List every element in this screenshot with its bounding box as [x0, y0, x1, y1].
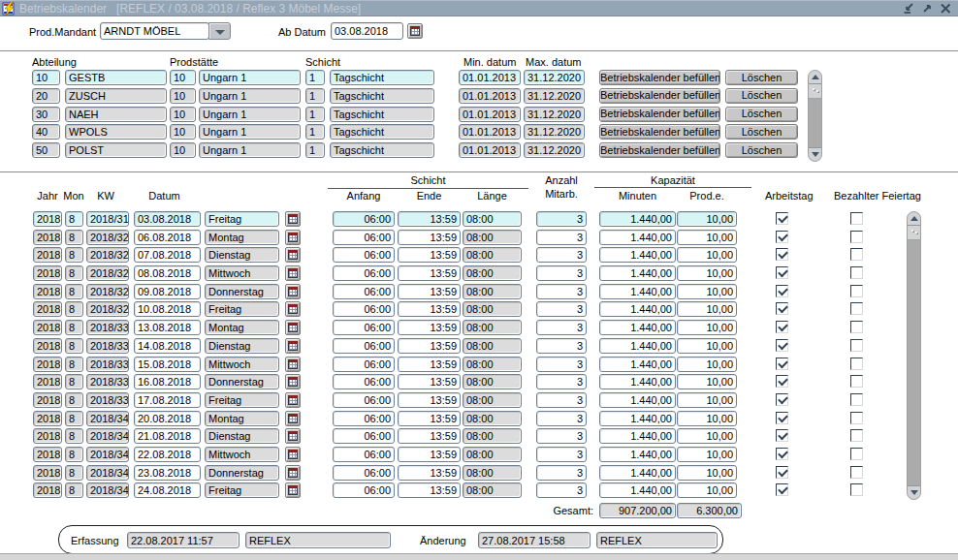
abteilung-name-field[interactable]: WPOLS	[65, 124, 167, 140]
arbeitstag-checkbox[interactable]	[776, 358, 788, 370]
anfang-field[interactable]: 06:00	[333, 411, 395, 426]
kapazitaet-prode-field[interactable]: 10,00	[677, 247, 737, 263]
datum-field[interactable]: 10.08.2018	[134, 301, 201, 317]
arbeitstag-checkbox[interactable]	[776, 393, 788, 406]
arbeitstag-checkbox[interactable]	[776, 285, 788, 297]
kapazitaet-prode-field[interactable]: 10,00	[677, 482, 737, 498]
anzahl-mitarbeiter-field[interactable]: 3	[536, 247, 587, 263]
kapazitaet-prode-field[interactable]: 10,00	[677, 211, 737, 227]
kapazitaet-minuten-field[interactable]: 1.440,00	[599, 338, 676, 354]
kapazitaet-prode-field[interactable]: 10,00	[677, 338, 737, 354]
anzahl-mitarbeiter-field[interactable]: 3	[536, 447, 587, 462]
prodstaette-nr-field[interactable]: 10	[170, 107, 196, 122]
anzahl-mitarbeiter-field[interactable]: 3	[536, 301, 587, 317]
schicht-name-field[interactable]: Tagschicht	[330, 88, 434, 104]
min-datum-field[interactable]: 01.01.2013	[459, 107, 521, 122]
arbeitstag-checkbox[interactable]	[776, 248, 788, 261]
kapazitaet-prode-field[interactable]: 10,00	[677, 428, 737, 444]
datum-field[interactable]: 22.08.2018	[134, 447, 201, 462]
bezahlter-feiertag-checkbox[interactable]	[850, 448, 863, 460]
arbeitstag-checkbox[interactable]	[776, 375, 788, 388]
arbeitstag-checkbox[interactable]	[776, 448, 788, 460]
max-datum-field[interactable]: 31.12.2020	[524, 107, 585, 122]
minimize-icon[interactable]	[902, 2, 915, 15]
max-datum-field[interactable]: 31.12.2020	[524, 70, 585, 85]
loeschen-button[interactable]: Löschen	[725, 124, 798, 140]
datum-calendar-button[interactable]	[285, 301, 301, 317]
datum-calendar-button[interactable]	[285, 230, 301, 245]
bezahlter-feiertag-checkbox[interactable]	[850, 231, 863, 243]
betriebskalender-befuellen-button[interactable]: Betriebskalender befüllen	[599, 124, 720, 140]
min-datum-field[interactable]: 01.01.2013	[459, 70, 521, 85]
ab-datum-calendar-button[interactable]	[407, 23, 423, 39]
prodstaette-nr-field[interactable]: 10	[170, 70, 196, 85]
kapazitaet-prode-field[interactable]: 10,00	[677, 357, 737, 372]
close-icon[interactable]	[939, 2, 952, 15]
datum-field[interactable]: 17.08.2018	[134, 392, 201, 408]
min-datum-field[interactable]: 01.01.2013	[459, 124, 521, 140]
anfang-field[interactable]: 06:00	[333, 374, 395, 389]
schicht-nr-field[interactable]: 1	[305, 88, 325, 104]
datum-field[interactable]: 16.08.2018	[134, 374, 201, 389]
ende-field[interactable]: 13:59	[398, 230, 461, 245]
prod-mandant-select[interactable]: ARNDT MÖBEL	[100, 22, 209, 40]
datum-calendar-button[interactable]	[285, 465, 301, 481]
kapazitaet-prode-field[interactable]: 10,00	[677, 374, 737, 389]
schicht-name-field[interactable]: Tagschicht	[330, 124, 434, 140]
prodstaette-name-field[interactable]: Ungarn 1	[199, 70, 301, 85]
bezahlter-feiertag-checkbox[interactable]	[850, 375, 863, 388]
ende-field[interactable]: 13:59	[398, 465, 461, 481]
prodstaette-nr-field[interactable]: 10	[170, 124, 196, 140]
datum-calendar-button[interactable]	[285, 411, 301, 426]
kapazitaet-minuten-field[interactable]: 1.440,00	[599, 465, 676, 481]
schicht-nr-field[interactable]: 1	[305, 142, 325, 158]
arbeitstag-checkbox[interactable]	[776, 412, 788, 424]
ende-field[interactable]: 13:59	[398, 447, 461, 462]
arbeitstag-checkbox[interactable]	[776, 429, 788, 442]
min-datum-field[interactable]: 01.01.2013	[459, 88, 521, 104]
bezahlter-feiertag-checkbox[interactable]	[850, 302, 863, 315]
kapazitaet-prode-field[interactable]: 10,00	[677, 265, 737, 281]
datum-field[interactable]: 21.08.2018	[134, 428, 201, 444]
schicht-name-field[interactable]: Tagschicht	[330, 107, 434, 122]
anzahl-mitarbeiter-field[interactable]: 3	[536, 284, 587, 299]
datum-calendar-button[interactable]	[285, 447, 301, 462]
anfang-field[interactable]: 06:00	[333, 392, 395, 408]
abteilung-name-field[interactable]: ZUSCH	[65, 88, 167, 104]
betriebskalender-befuellen-button[interactable]: Betriebskalender befüllen	[599, 70, 720, 85]
kapazitaet-prode-field[interactable]: 10,00	[677, 230, 737, 245]
schicht-nr-field[interactable]: 1	[305, 107, 325, 122]
abteilung-nr-field[interactable]: 40	[32, 124, 60, 140]
datum-field[interactable]: 03.08.2018	[134, 211, 201, 227]
anfang-field[interactable]: 06:00	[333, 338, 395, 354]
scrollbar-thumb[interactable]	[809, 84, 821, 99]
ende-field[interactable]: 13:59	[398, 284, 461, 299]
scroll-down-icon[interactable]	[908, 485, 920, 499]
bezahlter-feiertag-checkbox[interactable]	[850, 321, 863, 333]
datum-calendar-button[interactable]	[285, 284, 301, 299]
kapazitaet-minuten-field[interactable]: 1.440,00	[599, 447, 676, 462]
datum-field[interactable]: 09.08.2018	[134, 284, 201, 299]
kapazitaet-minuten-field[interactable]: 1.440,00	[599, 320, 676, 335]
loeschen-button[interactable]: Löschen	[725, 88, 798, 104]
kapazitaet-prode-field[interactable]: 10,00	[677, 392, 737, 408]
anzahl-mitarbeiter-field[interactable]: 3	[536, 428, 587, 444]
abteilung-nr-field[interactable]: 50	[32, 142, 60, 158]
arbeitstag-checkbox[interactable]	[776, 212, 788, 225]
ende-field[interactable]: 13:59	[398, 374, 461, 389]
anfang-field[interactable]: 06:00	[333, 301, 395, 317]
prodstaette-name-field[interactable]: Ungarn 1	[199, 142, 301, 158]
bezahlter-feiertag-checkbox[interactable]	[850, 429, 863, 442]
restore-icon[interactable]	[920, 2, 934, 15]
abteilung-nr-field[interactable]: 10	[32, 70, 60, 85]
anfang-field[interactable]: 06:00	[333, 465, 395, 481]
datum-field[interactable]: 06.08.2018	[134, 230, 201, 245]
max-datum-field[interactable]: 31.12.2020	[524, 124, 585, 140]
arbeitstag-checkbox[interactable]	[776, 466, 788, 479]
kapazitaet-minuten-field[interactable]: 1.440,00	[599, 301, 676, 317]
datum-calendar-button[interactable]	[285, 482, 301, 498]
arbeitstag-checkbox[interactable]	[776, 231, 788, 243]
bezahlter-feiertag-checkbox[interactable]	[850, 285, 863, 297]
anzahl-mitarbeiter-field[interactable]: 3	[536, 411, 587, 426]
prodstaette-name-field[interactable]: Ungarn 1	[199, 88, 301, 104]
